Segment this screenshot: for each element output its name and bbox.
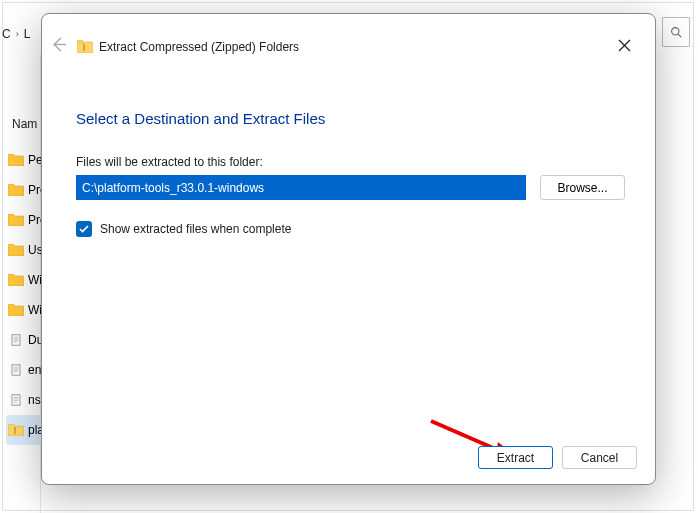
checkbox-checked-icon[interactable] xyxy=(76,221,92,237)
folder-icon xyxy=(8,184,24,196)
checkbox-label: Show extracted files when complete xyxy=(100,222,291,236)
arrow-left-icon xyxy=(50,36,67,53)
file-label: nsi xyxy=(28,393,41,407)
breadcrumb-item[interactable]: L xyxy=(24,27,31,41)
folder-icon xyxy=(8,154,24,166)
list-item[interactable]: Wi xyxy=(8,265,41,295)
zip-icon xyxy=(8,424,24,436)
svg-rect-7 xyxy=(12,365,20,375)
checkmark-icon xyxy=(79,225,89,233)
file-label: Pro xyxy=(28,213,41,227)
folder-icon xyxy=(8,214,24,226)
file-label: Wi xyxy=(28,273,41,287)
svg-point-0 xyxy=(671,27,678,34)
folder-icon xyxy=(8,274,24,286)
file-label: enc xyxy=(28,363,41,377)
list-item[interactable]: pla xyxy=(6,415,41,445)
list-item[interactable]: Pe xyxy=(8,145,41,175)
destination-path-input[interactable] xyxy=(76,175,526,200)
search-icon xyxy=(670,26,683,39)
list-item[interactable]: enc xyxy=(8,355,41,385)
back-button[interactable] xyxy=(50,36,67,57)
cancel-button[interactable]: Cancel xyxy=(562,446,637,469)
close-icon xyxy=(618,39,631,52)
column-header-name[interactable]: Nam xyxy=(12,117,37,131)
dialog-title: Extract Compressed (Zipped) Folders xyxy=(99,40,299,54)
extract-dialog: Extract Compressed (Zipped) Folders Sele… xyxy=(41,13,656,485)
file-label: pla xyxy=(28,423,41,437)
search-input[interactable] xyxy=(662,17,690,47)
file-label: Use xyxy=(28,243,41,257)
list-item[interactable]: Use xyxy=(8,235,41,265)
chevron-right-icon: › xyxy=(16,29,19,39)
breadcrumb-item[interactable]: C xyxy=(2,27,11,41)
svg-rect-2 xyxy=(12,335,20,345)
svg-rect-22 xyxy=(83,44,85,51)
list-item[interactable]: Pro xyxy=(8,175,41,205)
list-item[interactable]: Pro xyxy=(8,205,41,235)
list-item[interactable]: Du xyxy=(8,325,41,355)
dialog-footer: Extract Cancel xyxy=(478,446,637,469)
file-list: PeProProUseWiWiDuencnsipla xyxy=(8,145,41,445)
show-files-checkbox-row[interactable]: Show extracted files when complete xyxy=(76,221,291,237)
svg-rect-21 xyxy=(77,40,83,43)
svg-rect-12 xyxy=(12,395,20,405)
sidebar: Nam PeProProUseWiWiDuencnsipla xyxy=(0,55,41,513)
folder-icon xyxy=(8,244,24,256)
file-label: Wi xyxy=(28,303,41,317)
browse-button[interactable]: Browse... xyxy=(540,175,625,200)
document-icon xyxy=(8,364,24,376)
svg-rect-17 xyxy=(14,427,16,434)
document-icon xyxy=(8,334,24,346)
dialog-heading: Select a Destination and Extract Files xyxy=(76,110,325,127)
list-item[interactable]: nsi xyxy=(8,385,41,415)
file-label: Du xyxy=(28,333,41,347)
document-icon xyxy=(8,394,24,406)
list-item[interactable]: Wi xyxy=(8,295,41,325)
extract-button[interactable]: Extract xyxy=(478,446,553,469)
close-button[interactable] xyxy=(618,38,631,56)
breadcrumb[interactable]: C › L xyxy=(2,22,30,46)
svg-line-1 xyxy=(678,34,681,37)
dialog-header: Extract Compressed (Zipped) Folders xyxy=(50,36,299,57)
zip-folder-icon xyxy=(77,40,93,53)
folder-icon xyxy=(8,304,24,316)
file-label: Pe xyxy=(28,153,41,167)
file-label: Pro xyxy=(28,183,41,197)
dialog-subtext: Files will be extracted to this folder: xyxy=(76,155,263,169)
